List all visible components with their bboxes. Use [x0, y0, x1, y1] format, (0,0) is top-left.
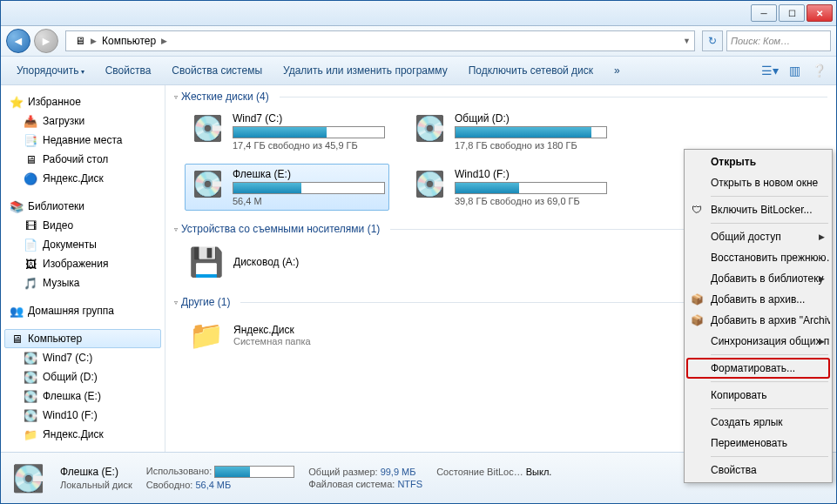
drive-icon: 💽 [189, 112, 226, 144]
organize-menu[interactable]: Упорядочить [8, 61, 93, 80]
refresh-button[interactable]: ↻ [702, 30, 723, 51]
shield-icon: 🛡 [690, 203, 704, 217]
ctx-open[interactable]: Открыть [686, 151, 830, 172]
drive-icon: 💽 [411, 168, 448, 199]
minimize-button[interactable]: ─ [751, 4, 777, 22]
sidebar-computer-header[interactable]: 🖥Компьютер [4, 329, 161, 348]
sidebar: ⭐Избранное 📥Загрузки 📑Недавние места 🖥Ра… [1, 85, 165, 452]
drive-icon: 💽 [24, 370, 37, 384]
archive-icon: 📦 [690, 292, 704, 306]
close-button[interactable]: ✕ [807, 4, 833, 22]
drive-icon: 💽 [10, 462, 46, 494]
drive-icon: 💽 [24, 408, 37, 422]
desktop-icon: 🖥 [24, 152, 37, 166]
sidebar-item-video[interactable]: 🎞Видео [4, 216, 161, 235]
status-title: Флешка (E:) [60, 466, 132, 478]
video-icon: 🎞 [24, 218, 37, 232]
sidebar-item-yandex[interactable]: 🔵Яндекс.Диск [4, 169, 161, 188]
archive-icon: 📦 [690, 313, 704, 327]
explorer-window: ─ ☐ ✕ ◄ ► 🖥 ▶ Компьютер ▶ ▼ ↻ Поиск: Ком… [0, 0, 837, 504]
titlebar[interactable]: ─ ☐ ✕ [1, 1, 836, 26]
sidebar-favorites-header[interactable]: ⭐Избранное [4, 92, 161, 111]
sidebar-item-documents[interactable]: 📄Документы [4, 235, 161, 254]
collapse-icon[interactable]: ▿ [174, 93, 178, 101]
folder-icon: 📁 [188, 317, 225, 353]
context-menu: Открыть Открыть в новом окне 🛡Включить B… [684, 149, 833, 483]
map-drive-button[interactable]: Подключить сетевой диск [460, 61, 602, 80]
sidebar-libraries-header[interactable]: 📚Библиотеки [4, 197, 161, 216]
sidebar-item-desktop[interactable]: 🖥Рабочий стол [4, 150, 161, 169]
sidebar-item-pictures[interactable]: 🖼Изображения [4, 254, 161, 273]
recent-icon: 📑 [24, 133, 37, 147]
uninstall-button[interactable]: Удалить или изменить программу [274, 61, 456, 80]
drive-e[interactable]: 💽 Флешка (E:) 56,4 М [185, 164, 389, 211]
drive-f[interactable]: 💽 Wind10 (F:) 39,8 ГБ свободно из 69,0 Г… [407, 164, 611, 211]
sidebar-homegroup-header[interactable]: 👥Домашняя группа [4, 301, 161, 320]
drive-c[interactable]: 💽 Wind7 (C:) 17,4 ГБ свободно из 45,9 ГБ [185, 108, 389, 155]
dropdown-icon[interactable]: ▼ [683, 37, 691, 45]
ctx-restore[interactable]: Восстановить прежнюю… [686, 247, 830, 268]
address-bar[interactable]: 🖥 ▶ Компьютер ▶ ▼ [65, 30, 695, 51]
ctx-properties[interactable]: Свойства [686, 460, 830, 480]
maximize-button[interactable]: ☐ [779, 4, 805, 22]
drive-icon: 💽 [189, 168, 226, 199]
forward-button[interactable]: ► [34, 29, 58, 53]
ctx-add-archive-named[interactable]: 📦Добавить в архив "Archiv… [686, 310, 830, 331]
sidebar-item-yandex-folder[interactable]: 📁Яндекс.Диск [4, 425, 161, 444]
status-subtitle: Локальный диск [60, 480, 132, 490]
ctx-share[interactable]: Общий доступ▶ [686, 226, 830, 247]
folder-icon: 📁 [24, 427, 37, 441]
collapse-icon[interactable]: ▿ [174, 299, 178, 306]
ctx-open-new-window[interactable]: Открыть в новом окне [686, 172, 830, 193]
ctx-create-shortcut[interactable]: Создать ярлык [686, 412, 830, 433]
drive-icon: 💽 [411, 112, 448, 144]
status-usage-bar [214, 466, 294, 478]
chevron-right-icon[interactable]: ▶ [161, 37, 167, 45]
star-icon: ⭐ [10, 95, 24, 109]
collapse-icon[interactable]: ▿ [174, 225, 178, 233]
drive-d[interactable]: 💽 Общий (D:) 17,8 ГБ свободно из 180 ГБ [407, 108, 611, 155]
documents-icon: 📄 [24, 238, 37, 252]
search-input[interactable]: Поиск: Ком… [726, 30, 831, 51]
ctx-add-library[interactable]: Добавить в библиотеку▶ [686, 268, 830, 289]
nav-bar: ◄ ► 🖥 ▶ Компьютер ▶ ▼ ↻ Поиск: Ком… [1, 26, 836, 57]
system-properties-button[interactable]: Свойства системы [163, 61, 271, 80]
drive-icon: 💽 [24, 351, 37, 365]
properties-button[interactable]: Свойства [97, 61, 160, 80]
ctx-format[interactable]: Форматировать... [686, 358, 830, 379]
downloads-icon: 📥 [24, 114, 37, 128]
sidebar-item-drive-c[interactable]: 💽Wind7 (C:) [4, 348, 161, 367]
chevron-right-icon: ▶ [819, 337, 825, 346]
ctx-sync[interactable]: Синхронизация общих п…▶ [686, 331, 830, 352]
drive-icon: 💽 [24, 389, 37, 403]
toolbar-overflow[interactable]: » [605, 61, 629, 80]
sidebar-item-music[interactable]: 🎵Музыка [4, 273, 161, 292]
sidebar-item-drive-f[interactable]: 💽Wind10 (F:) [4, 406, 161, 425]
view-icon[interactable]: ☰▾ [759, 60, 780, 81]
sidebar-item-drive-e[interactable]: 💽Флешка (E:) [4, 386, 161, 406]
ctx-bitlocker[interactable]: 🛡Включить BitLocker... [686, 199, 830, 220]
computer-icon: 🖥 [10, 332, 24, 346]
music-icon: 🎵 [24, 276, 37, 290]
sidebar-item-drive-d[interactable]: 💽Общий (D:) [4, 367, 161, 386]
floppy-icon: 💾 [188, 244, 225, 280]
homegroup-icon: 👥 [10, 304, 24, 318]
sidebar-item-recent[interactable]: 📑Недавние места [4, 131, 161, 150]
section-header-hdd[interactable]: ▿Жесткие диски (4) [174, 91, 827, 103]
chevron-right-icon: ▶ [819, 232, 825, 241]
preview-pane-icon[interactable]: ▥ [784, 60, 805, 81]
yandex-icon: 🔵 [24, 171, 37, 185]
usage-bar [455, 182, 607, 194]
libraries-icon: 📚 [10, 199, 24, 213]
crumb-computer-icon[interactable]: 🖥 [70, 31, 91, 50]
ctx-add-archive[interactable]: 📦Добавить в архив... [686, 289, 830, 310]
back-button[interactable]: ◄ [6, 29, 30, 53]
help-icon[interactable]: ❔ [808, 60, 829, 81]
ctx-rename[interactable]: Переименовать [686, 433, 830, 454]
ctx-copy[interactable]: Копировать [686, 385, 830, 406]
crumb-computer[interactable]: Компьютер [97, 31, 161, 50]
sidebar-item-downloads[interactable]: 📥Загрузки [4, 111, 161, 131]
toolbar: Упорядочить Свойства Свойства системы Уд… [1, 57, 836, 85]
chevron-right-icon[interactable]: ▶ [91, 37, 97, 45]
chevron-right-icon: ▶ [819, 274, 825, 283]
